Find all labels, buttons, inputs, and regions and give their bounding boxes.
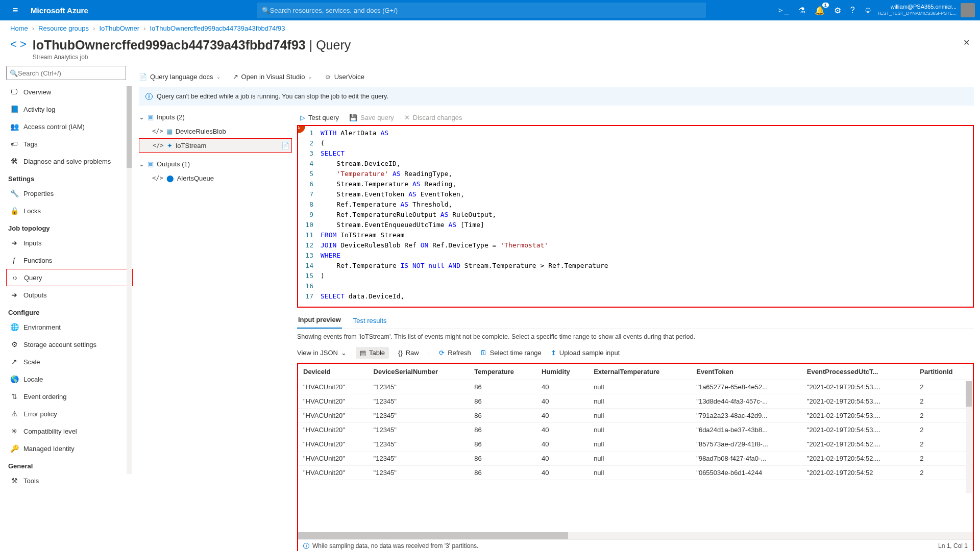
calendar-icon: 🗓 [480,349,487,357]
test-query-button[interactable]: ▷Test query [300,114,339,121]
table-header[interactable]: DeviceId [298,364,369,380]
nav-item-locale[interactable]: 🌎Locale [6,370,133,388]
inputs-group-header[interactable]: ⌄▣Inputs (2) [139,110,292,124]
results-table-wrap: 1 DeviceIdDeviceSerialNumberTemperatureH… [297,363,974,551]
table-row[interactable]: "HVACUnit20""12345"8640null"857573ae-d72… [298,437,973,452]
avatar[interactable] [961,3,975,17]
table-row[interactable]: "HVACUnit20""12345"8640null"6da24d1a-be3… [298,423,973,437]
filter-icon[interactable]: ⚗ [798,6,805,15]
open-vs-button[interactable]: ↗Open in Visual Studio⌄ [233,73,312,81]
table-header[interactable]: Temperature [469,364,536,380]
table-header[interactable]: EventProcessedUtcT... [802,364,915,380]
table-cell: "12345" [369,466,470,480]
nav-item-storage-account-settings[interactable]: ⚙Storage account settings [6,336,133,353]
nav-item-inputs[interactable]: ➜Inputs [6,234,133,252]
nav-item-tags[interactable]: 🏷Tags [6,135,133,153]
cloud-shell-icon[interactable]: ＞_ [776,5,789,16]
nav-item-tools[interactable]: ⚒Tools [6,472,133,489]
view-table-button[interactable]: ▤Table [356,347,389,359]
feedback-icon[interactable]: ☺ [864,6,872,15]
nav-item-locks[interactable]: 🔒Locks [6,202,133,219]
table-cell: "13d8de44-4fa3-457c-... [691,394,802,409]
hamburger-menu[interactable]: ≡ [5,5,26,16]
nav-item-error-policy[interactable]: ⚠Error policy [6,405,133,422]
input-item-iotstream[interactable]: </>✦IoTStream📄 [139,138,292,153]
output-item-alertsqueue[interactable]: </>⬤AlertsQueue [139,171,292,185]
nav-item-compatibility-level[interactable]: ✳Compatibility level [6,422,133,440]
nav-item-label: Managed Identity [23,445,75,453]
chevron-down-icon: ⌄ [139,160,144,168]
table-hscrollbar[interactable] [298,532,973,539]
table-row[interactable]: "HVACUnit20""12345"8640null"98ad7b08-f42… [298,452,973,466]
table-row[interactable]: "HVACUnit20""12345"8640null"791a2a23-48a… [298,409,973,423]
left-nav: 🔍 « 🖵Overview📘Activity log👥Access contro… [0,66,133,551]
breadcrumb-item[interactable]: Home [10,24,28,32]
table-header[interactable]: Humidity [536,364,589,380]
chevron-down-icon: ⌄ [139,113,144,121]
discard-button[interactable]: ✕Discard changes [404,114,462,121]
table-row[interactable]: "HVACUnit20""12345"8640null"1a65277e-65e… [298,380,973,394]
user-email: william@PSA365.onmicr... [877,4,957,10]
refresh-button[interactable]: ⟳Refresh [439,349,471,357]
table-header[interactable]: PartitionId [915,364,973,380]
nav-item-scale[interactable]: ↗Scale [6,353,133,370]
nav-item-managed-identity[interactable]: 🔑Managed Identity [6,440,133,457]
preview-message: Showing events from 'IoTStream'. This li… [297,329,974,344]
nav-item-environment[interactable]: 🌐Environment [6,318,133,336]
nav-item-query[interactable]: ‹›Query [6,269,133,286]
nav-item-label: Query [24,274,42,282]
nav-item-activity-log[interactable]: 📘Activity log [6,101,133,118]
view-json-button[interactable]: View in JSON⌄ [297,349,347,357]
table-cell: "HVACUnit20" [298,437,369,452]
nav-item-access-control-iam-[interactable]: 👥Access control (IAM) [6,118,133,135]
table-cell: "2021-02-19T20:54:52.... [802,437,915,452]
input-item-devicerulesblob[interactable]: </>▦DeviceRulesBlob [139,124,292,138]
select-time-range-button[interactable]: 🗓Select time range [480,349,542,357]
menu-search-input[interactable] [18,69,122,77]
nav-item-label: Error policy [23,410,57,418]
top-bar: ≡ Microsoft Azure 🔍 ＞_ ⚗ 🔔1 ⚙ ? ☺ willia… [0,0,980,20]
nav-item-overview[interactable]: 🖵Overview [6,83,133,101]
nav-item-icon: 🔒 [10,207,18,215]
nav-scrollbar[interactable] [127,86,132,474]
nav-item-outputs[interactable]: ➜Outputs [6,286,133,304]
nav-item-diagnose-and-solve-problems[interactable]: 🛠Diagnose and solve problems [6,153,133,170]
results-table: DeviceIdDeviceSerialNumberTemperatureHum… [298,364,973,480]
save-query-button[interactable]: 💾Save query [349,114,394,121]
table-header[interactable]: EventToken [691,364,802,380]
menu-search[interactable]: 🔍 [6,66,126,80]
close-icon[interactable]: ✕ [963,38,970,47]
nav-item-properties[interactable]: 🔧Properties [6,185,133,202]
outputs-group-header[interactable]: ⌄▣Outputs (1) [139,157,292,171]
upload-icon: ↥ [551,349,556,357]
table-scrollbar[interactable] [966,381,972,493]
nav-item-functions[interactable]: ƒFunctions [6,252,133,269]
help-icon[interactable]: ? [850,6,855,15]
notifications-icon[interactable]: 🔔1 [815,6,825,15]
settings-icon[interactable]: ⚙ [834,6,841,15]
view-raw-button[interactable]: {}Raw [398,349,419,357]
breadcrumb-item[interactable]: Resource groups [38,24,89,32]
table-cell: "2021-02-19T20:54:53.... [802,409,915,423]
uservoice-button[interactable]: ☺UserVoice [324,73,364,81]
tab-test-results[interactable]: Test results [352,313,388,329]
code-editor[interactable]: 2 1234567891011121314151617 WITH AlertDa… [297,125,974,308]
user-block[interactable]: william@PSA365.onmicr... TEST_TEST_DYNAM… [877,3,975,17]
query-docs-button[interactable]: 📄Query language docs⌄ [139,73,220,81]
table-row[interactable]: "HVACUnit20""12345"8640null"0655034e-b6d… [298,466,973,480]
tab-input-preview[interactable]: Input preview [297,312,342,329]
upload-sample-button[interactable]: ↥Upload sample input [551,349,620,357]
io-column: ⌄▣Inputs (2) </>▦DeviceRulesBlob</>✦IoTS… [139,110,297,551]
table-header[interactable]: DeviceSerialNumber [369,364,470,380]
breadcrumb-item[interactable]: IoThubOwnercffed999acb44739a43fbbd74f93 [150,24,285,32]
global-search-input[interactable] [270,7,701,14]
nav-item-event-ordering[interactable]: ⇅Event ordering [6,388,133,405]
global-search[interactable]: 🔍 [257,3,706,18]
code-body[interactable]: WITH AlertData AS ( SELECT Stream.Device… [317,126,973,307]
table-header[interactable]: ExternalTemperature [589,364,691,380]
nav-item-icon: 📘 [10,105,18,113]
table-row[interactable]: "HVACUnit20""12345"8640null"13d8de44-4fa… [298,394,973,409]
table-cell: "HVACUnit20" [298,466,369,480]
breadcrumb-item[interactable]: IoThubOwner [99,24,139,32]
table-cell: 86 [469,409,536,423]
